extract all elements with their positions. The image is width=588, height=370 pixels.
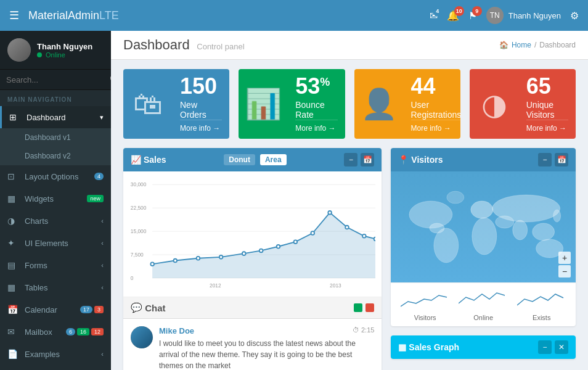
sidebar-item-label: Charts — [25, 216, 48, 226]
mini-chart-exists-label: Exists — [512, 314, 571, 321]
bounce-footer[interactable]: More info → — [295, 120, 337, 133]
nav-flag-icon[interactable]: ⚑ 9 — [468, 10, 477, 22]
svg-point-15 — [259, 249, 263, 253]
top-navbar: ☰ MaterialAdminLTE ✉ 4 🔔 10 ⚑ 9 TN Thanh… — [0, 0, 588, 31]
search-input[interactable] — [6, 75, 110, 84]
brand-logo: MaterialAdminLTE — [28, 9, 119, 22]
users-footer[interactable]: More info → — [411, 120, 460, 133]
svg-point-13 — [219, 255, 223, 259]
mail-badge: 4 — [433, 6, 443, 16]
chat-title: Chat — [145, 303, 165, 313]
sales-calendar-button[interactable]: 📅 — [361, 153, 374, 166]
sidebar-status: Online — [37, 51, 92, 59]
brand-name-bold: Admin — [68, 9, 99, 22]
svg-point-11 — [174, 259, 178, 263]
visitors-calendar-button[interactable]: 📅 — [555, 153, 568, 166]
share-icon[interactable]: ⚙ — [570, 10, 579, 22]
chat-body: Mike Doe ⏱ 2:15 I would like to meet you… — [123, 319, 382, 370]
sidebar-item-mailbox[interactable]: ✉ Mailbox 6 16 12 — [0, 321, 111, 343]
sidebar-item-label: Examples — [25, 350, 60, 359]
sales-graph-card: ▦ Sales Graph − ✕ — [391, 335, 576, 359]
ui-icon: ✦ — [7, 238, 20, 248]
mini-chart-online-svg — [459, 288, 508, 310]
visitors-card-header: 📍 Visitors − 📅 — [391, 148, 576, 171]
avatar-image — [7, 38, 31, 62]
breadcrumb: 🏠 Home / Dashboard — [499, 41, 576, 49]
chat-message: Mike Doe ⏱ 2:15 I would like to meet you… — [131, 326, 374, 370]
map-zoom-out[interactable]: − — [558, 265, 571, 278]
sidebar-item-layout[interactable]: ⊡ Layout Options 4 — [0, 165, 111, 187]
svg-point-35 — [553, 210, 561, 222]
svg-text:7,500: 7,500 — [131, 252, 144, 258]
svg-point-36 — [447, 191, 464, 204]
info-box-bounce: 📊 53% Bounce Rate More info → — [239, 69, 345, 139]
sidebar-user: Thanh Nguyen Online — [0, 31, 111, 70]
chat-green-button[interactable] — [354, 303, 362, 312]
search-wrap: 🔍 — [0, 70, 111, 90]
sidebar-item-forms[interactable]: ▤ Forms ‹ — [0, 254, 111, 276]
dashboard-icon: ⊞ — [9, 112, 22, 122]
arrow-icon: ‹ — [101, 217, 104, 224]
nav-mail-icon[interactable]: ✉ 4 — [430, 10, 438, 22]
chat-message-content: Mike Doe ⏱ 2:15 I would like to meet you… — [159, 326, 374, 370]
sales-chart-area: 30,000 22,500 15,000 7,500 0 — [123, 171, 382, 297]
user-menu[interactable]: TN Thanh Nguyen — [486, 7, 561, 24]
sidebar-item-ui[interactable]: ✦ UI Elements ‹ — [0, 232, 111, 254]
nav-icons: ✉ 4 🔔 10 ⚑ 9 TN Thanh Nguyen ⚙ — [430, 7, 579, 24]
sales-minimize-button[interactable]: − — [344, 153, 357, 166]
bounce-content: 53% Bounce Rate More info → — [288, 69, 345, 139]
sales-graph-minimize[interactable]: − — [538, 340, 552, 354]
chat-card-inner: 💬 Chat — [123, 297, 382, 370]
visitors-footer[interactable]: More info → — [526, 120, 568, 133]
chat-message-header: Mike Doe ⏱ 2:15 — [159, 326, 374, 335]
svg-point-20 — [345, 226, 349, 229]
svg-text:15,000: 15,000 — [131, 228, 147, 234]
mailbox-badge-3: 12 — [91, 328, 104, 335]
sidebar-user-name: Thanh Nguyen — [37, 42, 92, 51]
svg-point-29 — [472, 218, 497, 255]
sidebar: Thanh Nguyen Online 🔍 MAIN NAVIGATION ⊞ … — [0, 31, 111, 370]
arrow-icon: ‹ — [101, 350, 104, 358]
layout: Thanh Nguyen Online 🔍 MAIN NAVIGATION ⊞ … — [0, 31, 588, 370]
svg-point-25 — [409, 201, 452, 228]
orders-content: 150 New Orders More info → — [173, 69, 229, 139]
sales-graph-close[interactable]: ✕ — [555, 340, 568, 354]
mini-chart-online: Online — [454, 288, 513, 321]
orders-footer[interactable]: More info → — [180, 120, 222, 133]
sidebar-item-widgets[interactable]: ▦ Widgets new — [0, 187, 111, 210]
sidebar-item-examples[interactable]: 📄 Examples ‹ — [0, 343, 111, 365]
chart-tab-area[interactable]: Area — [260, 154, 287, 165]
main-content: Dashboard Control panel 🏠 Home / Dashboa… — [111, 31, 588, 370]
sidebar-item-dashboard[interactable]: ⊞ Dashboard ▾ — [0, 106, 111, 128]
visitors-card: 📍 Visitors − 📅 — [391, 148, 576, 326]
chart-tab-donut[interactable]: Donut — [224, 154, 255, 165]
nav-bell-icon[interactable]: 🔔 10 — [447, 10, 459, 22]
visitors-card-title: Visitors — [411, 155, 443, 165]
info-box-orders: 🛍 150 New Orders More info → — [123, 69, 229, 139]
users-content: 44 User Registrations More info → — [404, 69, 460, 139]
sidebar-item-dashboard-v1[interactable]: Dashboard v1 — [17, 128, 111, 147]
map-zoom-in[interactable]: + — [558, 252, 571, 264]
sidebar-item-label: UI Elements — [25, 239, 68, 248]
info-box-users: 👤 44 User Registrations More info → — [354, 69, 460, 139]
page-header: Dashboard Control panel 🏠 Home / Dashboa… — [111, 31, 588, 60]
sidebar-item-dashboard-v2[interactable]: Dashboard v2 — [17, 147, 111, 165]
sidebar-item-label: Mailbox — [25, 327, 52, 337]
right-column: 📍 Visitors − 📅 — [391, 148, 576, 370]
sidebar-item-tables[interactable]: ▦ Tables ‹ — [0, 276, 111, 298]
mailbox-badge-1: 6 — [66, 328, 75, 335]
bottom-row: 📈 Sales Donut Area − 📅 30,000 — [111, 148, 588, 370]
svg-text:30,000: 30,000 — [131, 181, 147, 187]
arrow-icon: ‹ — [101, 261, 104, 269]
sidebar-item-multilevel[interactable]: ☰ Multilevel ‹ — [0, 365, 111, 370]
visitors-minimize-button[interactable]: − — [538, 153, 552, 166]
svg-point-16 — [277, 245, 280, 249]
svg-text:2013: 2013 — [330, 282, 341, 289]
sidebar-item-charts[interactable]: ◑ Charts ‹ — [0, 210, 111, 232]
visitors-icon: ◑ — [470, 69, 519, 139]
user-name: Thanh Nguyen — [508, 11, 561, 20]
sidebar-item-calendar[interactable]: 📅 Calendar 17 3 — [0, 298, 111, 321]
hamburger-menu[interactable]: ☰ — [9, 9, 19, 22]
chat-red-button[interactable] — [365, 303, 374, 312]
breadcrumb-home[interactable]: Home — [512, 41, 531, 49]
